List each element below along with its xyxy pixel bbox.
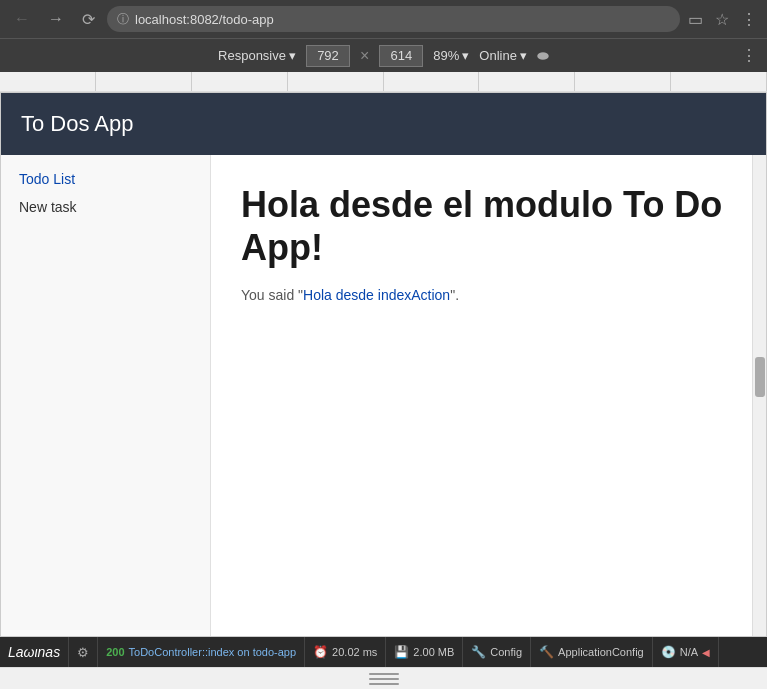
back-button[interactable]: ←: [8, 6, 36, 32]
url-text: localhost:8082/todo-app: [135, 12, 274, 27]
gear-item[interactable]: ⚙: [69, 637, 98, 667]
wrench-icon: 🔧: [471, 645, 486, 659]
cast-button[interactable]: ▭: [686, 8, 705, 31]
sidebar: Todo List New task: [1, 155, 211, 636]
ruler-segment: [384, 72, 480, 91]
na-item: 💿 N/A ◀: [653, 637, 719, 667]
main-subtext: You said "Hola desde indexAction".: [241, 287, 736, 303]
sidebar-item-todo-list[interactable]: Todo List: [1, 165, 210, 193]
sidebar-item-new-task[interactable]: New task: [1, 193, 210, 221]
ruler: [0, 72, 767, 92]
time-item: ⏰ 20.02 ms: [305, 637, 386, 667]
appconfig-item[interactable]: 🔨 ApplicationConfig: [531, 637, 653, 667]
triangle-icon: ◀: [702, 647, 710, 658]
online-selector[interactable]: Online ▾: [479, 48, 527, 63]
ruler-segment: [0, 72, 96, 91]
memory-item: 💾 2.00 MB: [386, 637, 463, 667]
ruler-segment: [575, 72, 671, 91]
appconfig-label: ApplicationConfig: [558, 646, 644, 658]
time-value: 20.02 ms: [332, 646, 377, 658]
dev-toolbar: Laωιnas ⚙ 200 ToDoController::index on t…: [0, 637, 767, 667]
ruler-segment: [288, 72, 384, 91]
resize-line: [369, 673, 399, 675]
scrollbar-track[interactable]: [752, 155, 766, 636]
zoom-selector[interactable]: 89% ▾: [433, 48, 469, 63]
resize-handle[interactable]: [369, 673, 399, 685]
ruler-segment: [192, 72, 288, 91]
app-header: To Dos App: [1, 93, 766, 155]
memory-value: 2.00 MB: [413, 646, 454, 658]
status-code: 200: [106, 646, 124, 658]
config-item[interactable]: 🔧 Config: [463, 637, 531, 667]
app-title: To Dos App: [21, 111, 134, 136]
status-item: 200 ToDoController::index on todo-app: [98, 637, 305, 667]
dimension-separator: ×: [360, 47, 369, 65]
reload-button[interactable]: ⟳: [76, 6, 101, 33]
resize-line: [369, 683, 399, 685]
ruler-segment: [479, 72, 575, 91]
scrollbar-thumb[interactable]: [755, 357, 765, 397]
db2-icon: 💿: [661, 645, 676, 659]
info-icon: ⓘ: [117, 11, 129, 28]
more-button[interactable]: ⋮: [739, 8, 759, 31]
main-content: Hola desde el modulo To Do App! You said…: [211, 155, 766, 636]
na-label: N/A: [680, 646, 698, 658]
subtext-highlighted: Hola desde indexAction: [303, 287, 450, 303]
clock-icon: ⏰: [313, 645, 328, 659]
resize-line: [369, 678, 399, 680]
subtext-suffix: ".: [450, 287, 459, 303]
subtext-prefix: You said ": [241, 287, 303, 303]
laminas-logo: Laωιnas: [8, 644, 60, 660]
ruler-segment: [96, 72, 192, 91]
gear-icon: ⚙: [77, 645, 89, 660]
action-link[interactable]: ToDoController::index on todo-app: [129, 646, 297, 658]
width-input[interactable]: [306, 45, 350, 67]
bottom-bar: [0, 667, 767, 689]
main-heading: Hola desde el modulo To Do App!: [241, 183, 736, 269]
db-icon: 💾: [394, 645, 409, 659]
bookmark-button[interactable]: ☆: [713, 8, 731, 31]
rotate-icon[interactable]: ⬬: [537, 47, 549, 64]
address-bar[interactable]: ⓘ localhost:8082/todo-app: [107, 6, 680, 32]
responsive-toolbar: Responsive ▾ × 89% ▾ Online ▾ ⬬ ⋮: [0, 38, 767, 72]
height-input[interactable]: [379, 45, 423, 67]
responsive-selector[interactable]: Responsive ▾: [218, 48, 296, 63]
config-label: Config: [490, 646, 522, 658]
spanner-icon: 🔨: [539, 645, 554, 659]
laminas-logo-item: Laωιnas: [8, 637, 69, 667]
ruler-segment: [671, 72, 767, 91]
forward-button[interactable]: →: [42, 6, 70, 32]
toolbar-more-button[interactable]: ⋮: [741, 46, 757, 65]
